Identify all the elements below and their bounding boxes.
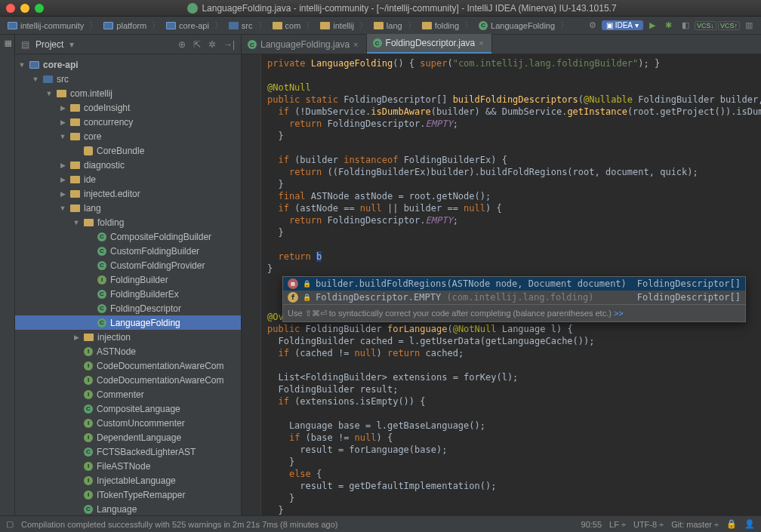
minimize-window[interactable] [20, 4, 29, 13]
tree-node[interactable]: ITokenTypeRemapper [15, 487, 241, 502]
tree-node[interactable]: CompositeLanguage [15, 401, 241, 416]
package-icon [70, 104, 80, 112]
tree-src-folder[interactable]: src [15, 72, 241, 86]
vcs-update-icon[interactable]: VCS↓ [695, 21, 716, 30]
file-encoding[interactable]: UTF-8 ÷ [633, 520, 664, 529]
tree-node[interactable]: ide [15, 172, 241, 186]
editor-gutter[interactable] [242, 54, 261, 515]
close-tab-icon[interactable]: × [353, 40, 358, 49]
tree-node[interactable]: lang [15, 201, 241, 215]
breadcrumb-item[interactable]: LanguageFolding〉 [476, 20, 572, 31]
close-tab-icon[interactable]: × [479, 38, 483, 48]
tree-node[interactable]: FoldingDescriptor [15, 301, 241, 315]
breadcrumb-item[interactable]: core-api〉 [163, 20, 226, 31]
breadcrumb-label: intellij [333, 21, 354, 30]
dropdown-icon[interactable]: ▾ [68, 39, 75, 50]
editor-tab[interactable]: FoldingDescriptor.java× [367, 34, 492, 54]
tree-package[interactable]: com.intellij [15, 86, 241, 100]
class-icon [97, 318, 106, 328]
tree-node[interactable]: CompositeFoldingBuilder [15, 229, 241, 244]
tree-node-label: core [84, 131, 101, 142]
editor-tab[interactable]: LanguageFolding.java× [242, 35, 367, 54]
breadcrumb-item[interactable]: com〉 [270, 20, 318, 31]
project-tree[interactable]: core-api src com.intellij codeInsightcon… [15, 54, 241, 515]
editor-area: LanguageFolding.java×FoldingDescriptor.j… [242, 35, 761, 515]
tree-node[interactable]: LanguageFolding [15, 315, 241, 330]
tree-node[interactable]: CustomFoldingProvider [15, 258, 241, 272]
tree-node[interactable]: codeInsight [15, 100, 241, 115]
git-branch[interactable]: Git: master ÷ [671, 520, 719, 529]
completion-item[interactable]: f🔒FoldingDescriptor.EMPTY (com.intellij.… [283, 291, 745, 304]
code-completion-popup[interactable]: m🔒builder.buildFoldRegions(ASTNode node,… [282, 276, 746, 322]
tree-node[interactable]: FCTSBackedLighterAST [15, 444, 241, 459]
tree-node-label: FileASTNode [97, 461, 150, 472]
source-folder-icon [229, 22, 239, 29]
package-icon [57, 90, 66, 97]
project-structure-icon[interactable]: ▥ [743, 20, 755, 32]
tree-node[interactable]: Language [15, 502, 241, 515]
tree-node[interactable]: CustomUncommenter [15, 416, 241, 430]
breadcrumb-label: com [285, 21, 301, 30]
collapse-all-icon[interactable]: ⇱ [192, 39, 202, 50]
zoom-window[interactable] [35, 4, 44, 13]
class-icon [97, 247, 106, 256]
interface-icon [84, 361, 93, 371]
run-icon[interactable]: ▶ [646, 20, 658, 32]
tree-node[interactable]: injected.editor [15, 186, 241, 201]
caret-position[interactable]: 90:55 [581, 520, 602, 529]
project-toolwindow-title: Project [35, 39, 63, 50]
tree-node[interactable]: folding [15, 215, 241, 229]
tree-node[interactable]: DependentLanguage [15, 430, 241, 444]
completion-hint-link[interactable]: >> [614, 309, 624, 318]
package-icon [70, 133, 80, 140]
tree-node[interactable]: FoldingBuilderEx [15, 287, 241, 301]
package-icon [70, 204, 80, 212]
tree-node[interactable]: Commenter [15, 387, 241, 401]
tree-module-root[interactable]: core-api [15, 57, 241, 72]
source-folder-icon [43, 75, 53, 83]
completion-item[interactable]: m🔒builder.buildFoldRegions(ASTNode node,… [283, 277, 745, 291]
tab-label: FoldingDescriptor.java [386, 38, 476, 48]
breadcrumb-item[interactable]: intellij〉 [317, 20, 371, 31]
tree-node[interactable]: CodeDocumentationAwareCom [15, 358, 241, 373]
tree-node-label: CoreBundle [97, 146, 144, 156]
class-icon [373, 38, 382, 48]
scroll-from-source-icon[interactable]: ⊕ [177, 39, 187, 50]
hide-icon[interactable]: →| [222, 39, 236, 50]
lock-icon: 🔒 [303, 278, 311, 290]
readonly-lock-icon[interactable]: 🔒 [726, 519, 737, 529]
coverage-icon[interactable]: ◧ [679, 20, 692, 32]
breadcrumb-item[interactable]: platform〉 [100, 20, 163, 31]
inspection-highlight-icon[interactable]: 👤 [744, 519, 755, 529]
tree-node[interactable]: ASTNode [15, 344, 241, 358]
debug-icon[interactable]: ✱ [663, 20, 675, 32]
breadcrumb-item[interactable]: lang〉 [371, 20, 419, 31]
settings-icon[interactable]: ✲ [207, 39, 217, 50]
tree-node[interactable]: CustomFoldingBuilder [15, 244, 241, 258]
tree-node[interactable]: CoreBundle [15, 143, 241, 158]
tree-node[interactable]: concurrency [15, 115, 241, 129]
tree-node[interactable]: diagnostic [15, 158, 241, 172]
tree-node[interactable]: FileASTNode [15, 459, 241, 473]
vcs-commit-icon[interactable]: VCS↑ [718, 21, 740, 30]
tree-node[interactable]: core [15, 129, 241, 143]
close-window[interactable] [6, 4, 15, 13]
tree-node[interactable]: injection [15, 330, 241, 344]
tree-node-label: Language [97, 504, 137, 515]
run-config-selector[interactable]: ▣ IDEA ▾ [602, 20, 643, 30]
breadcrumb-label: LanguageFolding [491, 21, 555, 30]
breadcrumb-item[interactable]: src〉 [226, 20, 270, 31]
class-icon [479, 21, 488, 30]
tree-node[interactable]: InjectableLanguage [15, 473, 241, 487]
project-toolwindow-button[interactable]: ▦ [2, 39, 12, 49]
breadcrumb-item[interactable]: intellij-community〉 [5, 20, 100, 31]
tree-node[interactable]: CodeDocumentationAwareCom [15, 373, 241, 387]
completion-hint: Use ⇧⌘⏎ to syntactically correct your co… [283, 304, 745, 321]
build-icon[interactable]: ⚙ [587, 20, 599, 32]
views-icon[interactable]: ▤ [20, 39, 31, 50]
toolwindows-quick-access-icon[interactable]: ▢ [6, 519, 14, 529]
tree-node[interactable]: FoldingBuilder [15, 272, 241, 287]
line-separator[interactable]: LF ÷ [609, 520, 626, 529]
breadcrumb-item[interactable]: folding〉 [419, 20, 476, 31]
status-message: Compilation completed successfully with … [21, 520, 337, 529]
